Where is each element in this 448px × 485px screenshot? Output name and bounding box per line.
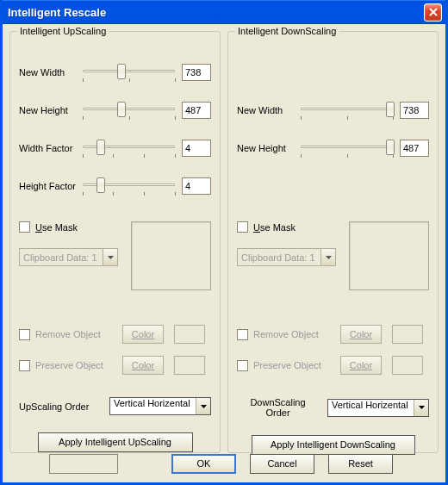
down-order-combo[interactable]: Vertical Horizental	[327, 399, 429, 417]
up-preserve-object-label: Preserve Object	[35, 360, 103, 370]
down-preserve-object-row: Preserve Object Color	[237, 356, 429, 375]
panels: Intelligent UpScaling New Width New Heig…	[9, 31, 439, 453]
up-width-factor-slider[interactable]	[83, 139, 175, 158]
slider-thumb[interactable]	[117, 102, 126, 117]
up-order-value: Vertical Horizental	[110, 398, 196, 414]
up-preserve-object-row: Preserve Object Color	[19, 356, 211, 375]
up-height-factor-label: Height Factor	[19, 181, 81, 191]
down-mask-row: UUse Maskse Mask Clipboard Data: 1	[237, 221, 429, 290]
up-new-height-slider[interactable]	[83, 101, 175, 120]
up-new-width-row: New Width	[19, 63, 211, 82]
downscaling-legend: Intelligent DownScaling	[235, 26, 339, 36]
slider-thumb[interactable]	[96, 177, 105, 193]
combo-dropdown-button[interactable]	[320, 249, 335, 265]
down-mask-preview	[349, 221, 429, 290]
up-width-factor-field[interactable]	[182, 140, 211, 157]
down-new-width-slider[interactable]	[301, 101, 393, 120]
up-order-row: UpScaling Order Vertical Horizental	[19, 397, 211, 415]
dialog-body: Intelligent UpScaling New Width New Heig…	[3, 24, 445, 482]
footer-row: OK Cancel Reset	[9, 454, 439, 474]
down-order-value: Vertical Horizental	[328, 400, 414, 416]
down-new-height-row: New Height	[237, 139, 429, 158]
down-new-height-slider[interactable]	[301, 139, 393, 158]
up-width-factor-row: Width Factor	[19, 139, 211, 158]
upscaling-group: Intelligent UpScaling New Width New Heig…	[9, 31, 221, 453]
up-new-width-slider[interactable]	[83, 63, 175, 82]
titlebar: Intelligent Rescale	[3, 0, 445, 24]
checkbox-icon[interactable]	[19, 329, 30, 340]
chevron-down-icon	[201, 405, 207, 408]
up-new-width-label: New Width	[19, 67, 81, 78]
down-remove-object-check[interactable]: Remove Object	[237, 329, 330, 340]
up-mask-row: UUse Maskse Mask Clipboard Data: 1	[19, 221, 211, 290]
checkbox-icon[interactable]	[19, 360, 30, 371]
down-remove-object-label: Remove Object	[253, 329, 319, 339]
down-new-width-row: New Width	[237, 101, 429, 120]
close-button[interactable]	[424, 3, 442, 22]
up-new-height-row: New Height	[19, 101, 211, 120]
window-title: Intelligent Rescale	[8, 6, 424, 19]
up-use-mask-check[interactable]: UUse Maskse Mask	[19, 221, 122, 233]
up-height-factor-slider[interactable]	[83, 177, 175, 196]
down-clipboard-text: Clipboard Data: 1	[238, 252, 320, 263]
chevron-down-icon	[419, 406, 425, 409]
down-new-width-field[interactable]	[400, 102, 429, 119]
slider-thumb[interactable]	[386, 102, 395, 117]
downscaling-group: Intelligent DownScaling New Width New He…	[227, 31, 439, 453]
up-remove-object-label: Remove Object	[35, 329, 101, 339]
ok-button[interactable]: OK	[171, 454, 236, 474]
up-width-factor-label: Width Factor	[19, 143, 81, 153]
up-remove-color-swatch[interactable]	[174, 325, 205, 344]
apply-downscaling-button[interactable]: Apply Intelligent DownScaling	[252, 435, 415, 455]
down-preserve-object-check[interactable]: Preserve Object	[237, 360, 330, 371]
slider-thumb[interactable]	[117, 64, 126, 79]
checkbox-icon[interactable]	[237, 221, 248, 233]
down-remove-color-button[interactable]: Color	[340, 325, 382, 344]
dialog-window: Intelligent Rescale Intelligent UpScalin…	[0, 0, 448, 485]
up-mask-preview	[131, 221, 211, 290]
up-new-height-field[interactable]	[182, 102, 211, 119]
down-preserve-color-button[interactable]: Color	[340, 356, 382, 375]
down-order-label: DownScalingOrder	[237, 397, 319, 418]
combo-dropdown-button[interactable]	[103, 249, 117, 265]
combo-dropdown-button[interactable]	[414, 400, 428, 416]
down-remove-object-row: Remove Object Color	[237, 325, 429, 344]
cancel-button[interactable]: Cancel	[250, 454, 314, 474]
down-preserve-object-label: Preserve Object	[253, 360, 321, 370]
up-order-label: UpScaling Order	[19, 401, 101, 412]
combo-dropdown-button[interactable]	[196, 398, 210, 414]
chevron-down-icon	[326, 256, 332, 259]
upscaling-legend: Intelligent UpScaling	[17, 26, 109, 36]
checkbox-icon[interactable]	[237, 360, 248, 371]
down-clipboard-combo[interactable]: Clipboard Data: 1	[237, 248, 336, 266]
up-new-height-label: New Height	[19, 105, 81, 115]
status-field	[49, 454, 118, 474]
slider-thumb[interactable]	[96, 140, 105, 155]
chevron-down-icon	[108, 256, 114, 259]
down-new-width-label: New Width	[237, 105, 299, 115]
slider-thumb[interactable]	[386, 140, 395, 155]
close-icon	[429, 8, 438, 16]
up-preserve-object-check[interactable]: Preserve Object	[19, 360, 112, 371]
down-new-height-label: New Height	[237, 143, 299, 153]
up-remove-object-check[interactable]: Remove Object	[19, 329, 112, 340]
up-preserve-color-button[interactable]: Color	[122, 356, 164, 375]
up-clipboard-combo[interactable]: Clipboard Data: 1	[19, 248, 118, 266]
down-remove-color-swatch[interactable]	[392, 325, 423, 344]
down-order-row: DownScalingOrder Vertical Horizental	[237, 397, 429, 418]
apply-upscaling-button[interactable]: Apply Intelligent UpScaling	[38, 432, 193, 452]
up-preserve-color-swatch[interactable]	[174, 356, 205, 375]
up-height-factor-field[interactable]	[182, 177, 211, 195]
checkbox-icon[interactable]	[237, 329, 248, 340]
down-preserve-color-swatch[interactable]	[392, 356, 423, 375]
up-height-factor-row: Height Factor	[19, 177, 211, 196]
up-new-width-field[interactable]	[182, 64, 211, 81]
down-use-mask-check[interactable]: UUse Maskse Mask	[237, 221, 340, 233]
up-clipboard-text: Clipboard Data: 1	[20, 252, 103, 263]
up-remove-color-button[interactable]: Color	[122, 325, 164, 344]
up-order-combo[interactable]: Vertical Horizental	[109, 397, 211, 415]
up-remove-object-row: Remove Object Color	[19, 325, 211, 344]
reset-button[interactable]: Reset	[328, 454, 393, 474]
down-new-height-field[interactable]	[400, 140, 429, 157]
checkbox-icon[interactable]	[19, 221, 30, 233]
